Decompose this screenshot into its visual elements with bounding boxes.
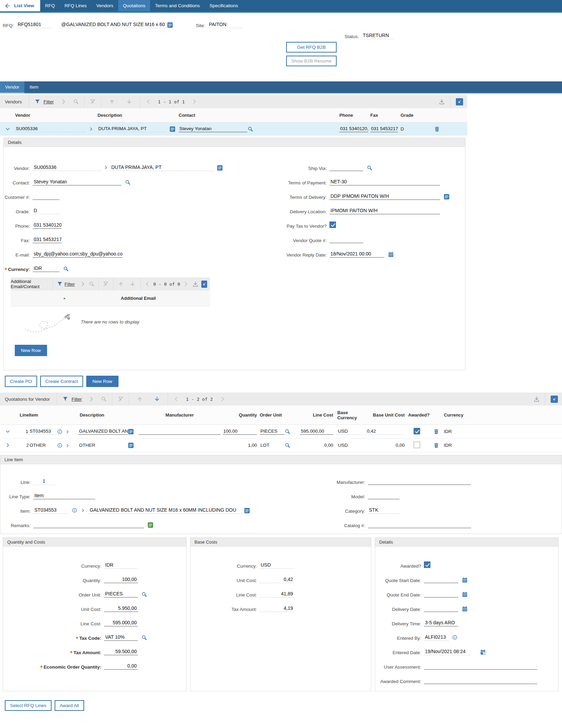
delete-row-icon[interactable] [433,442,439,448]
notes-icon[interactable] [128,429,134,435]
col-line-cost[interactable]: Line Cost [295,412,333,418]
col-base-unit-cost[interactable]: Base Unit Cost [366,412,405,418]
vendor-reply-date-field[interactable]: 18/Nov/2021 00:00 [329,251,384,258]
tab-vendors[interactable]: Vendors [91,0,118,11]
info-icon[interactable] [57,443,63,448]
drill-down-icon[interactable] [81,508,85,513]
calendar-icon[interactable] [462,591,468,598]
phone-field[interactable]: 031 5340120, 5 [33,222,61,229]
filter-icon[interactable] [34,99,41,105]
vendor-row[interactable]: SU005336 DUTA PRIMA JAYA, PT Stevey Yona… [0,123,467,136]
award-all-button[interactable]: Award All [55,700,84,711]
sort-ascending-icon[interactable] [62,296,67,300]
notes-icon[interactable] [443,194,450,200]
col-additional-email[interactable]: Additional Email [67,296,210,301]
col-currency[interactable]: Currency [444,412,463,418]
tab-specifications[interactable]: Specifications [205,0,243,11]
awarded-checkbox[interactable] [414,442,420,448]
ship-via-field[interactable] [329,164,363,171]
row-expanded-icon[interactable] [5,126,10,132]
notes-icon[interactable] [169,126,176,132]
quotation-row[interactable]: 1 ST034553 GALVANIZED BOLT AND NUT SIZE … [0,425,562,439]
drill-down-icon[interactable] [65,443,70,448]
create-contract-button[interactable]: Create Contract [40,376,83,387]
qc-tax-code-field[interactable]: VAT 10% [104,634,138,641]
delivery-time-field[interactable]: 3-5 days ARO [424,620,458,626]
collapse-panel-button[interactable] [551,396,558,403]
search-icon[interactable] [141,591,147,598]
calendar-icon[interactable] [388,251,394,258]
drill-down-icon[interactable] [89,127,93,132]
user-assessment-field[interactable] [424,663,537,670]
col-description[interactable]: Description [74,412,128,418]
qc-order-unit-field[interactable]: PIECES [104,591,138,598]
email-field[interactable]: sby_dpj@yahoo.com;sby_dpu@yahoo.co.id [33,251,123,258]
search-icon[interactable] [284,429,291,435]
create-po-button[interactable]: Create PO [5,376,37,387]
get-rfq-b2b-button[interactable]: Get RFQ B2B [286,42,337,53]
notes-icon[interactable] [167,22,173,28]
col-order-unit[interactable]: Order Unit [257,412,284,418]
notes-icon[interactable] [128,442,134,448]
filter-icon[interactable] [57,281,63,287]
terms-of-payment-field[interactable]: NET-30 [329,179,440,185]
delivery-location-field[interactable]: IPMOMI PAITON W/H [329,208,440,214]
col-phone[interactable]: Phone [339,113,370,118]
terms-of-delivery-field[interactable]: DDP IPMOMI PAITON W/H [329,193,440,200]
qc-unit-cost-field[interactable]: 5.950,00 [104,605,138,612]
notes-icon[interactable] [244,508,250,514]
back-to-list-view[interactable]: List View [0,0,40,11]
col-description[interactable]: Description [98,113,166,118]
calendar-icon[interactable] [462,606,468,612]
notes-icon[interactable] [217,165,223,171]
search-icon[interactable] [367,165,373,171]
catalog-number-field[interactable] [368,522,471,528]
manufacturer-field[interactable] [368,478,471,485]
awarded-checkbox[interactable] [424,561,430,568]
filter-link[interactable]: Filter [44,99,54,104]
new-row-button[interactable]: New Row [15,345,47,356]
qc-tax-amount-field[interactable]: 59.500,00 [104,649,138,655]
tab-rfq[interactable]: RFQ [40,0,60,11]
col-item[interactable]: Item [29,412,57,418]
description-cell[interactable]: GALVANIZED BOLT AND NUT SIZE M16 [78,429,128,435]
filter-link[interactable]: Filter [65,282,75,287]
search-icon[interactable] [63,266,69,272]
search-icon[interactable] [247,126,254,132]
delete-row-icon[interactable] [433,429,439,435]
col-base-currency[interactable]: Base Currency [333,410,366,420]
fax-field[interactable]: 031 5453217 [33,237,61,243]
tab-terms-and-conditions[interactable]: Terms and Conditions [150,0,205,11]
quantity-cell[interactable]: 100,00 [223,429,257,435]
row-expanded-icon[interactable] [5,429,10,434]
model-field[interactable] [368,493,400,499]
col-grade[interactable]: Grade [401,113,429,118]
info-icon[interactable] [57,429,63,434]
collapse-panel-button[interactable] [201,281,207,288]
awarded-comment-field[interactable] [424,678,537,684]
quote-end-date-field[interactable] [424,591,458,598]
download-icon[interactable] [439,99,445,105]
qc-line-cost-field[interactable]: 595.000,00 [104,620,138,626]
pay-tax-to-vendor-checkbox[interactable] [329,221,336,228]
tab-rfq-lines[interactable]: RFQ Lines [60,0,92,11]
details-contact-field[interactable]: Stevey Yonatan [33,179,121,185]
col-fax[interactable]: Fax [370,113,401,118]
select-rfq-lines-button[interactable]: Select RFQ Lines [5,700,52,711]
vendor-fax-cell[interactable]: 031 5453217 [370,126,398,132]
search-icon[interactable] [284,442,291,448]
filter-link[interactable]: Filter [71,397,82,402]
delete-row-icon[interactable] [434,126,440,132]
drill-down-icon[interactable] [65,430,70,434]
tab-quotations[interactable]: Quotations [118,0,150,11]
line-cost-cell[interactable]: 595.000,00 [300,429,333,435]
qc-quantity-field[interactable]: 100,00 [104,577,138,583]
col-vendor[interactable]: Vendor [15,113,89,118]
collapse-panel-button[interactable] [456,98,463,105]
calendar-clock-icon[interactable] [480,649,486,655]
currency-field[interactable]: IDR [33,265,59,272]
info-icon[interactable] [72,508,77,513]
qc-eoq-field[interactable]: 0,00 [104,663,138,670]
row-collapsed-icon[interactable] [5,443,10,448]
download-icon[interactable] [533,396,540,402]
